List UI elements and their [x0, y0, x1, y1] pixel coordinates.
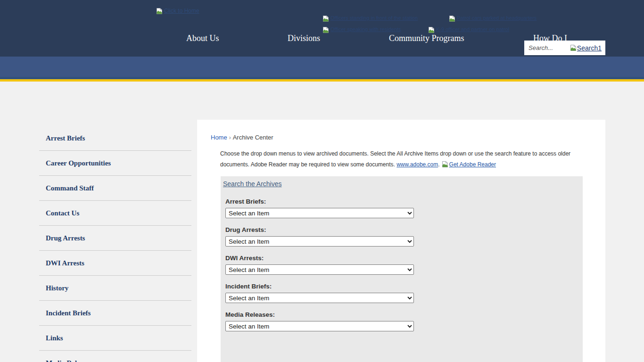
nav-about-us[interactable]: About Us [186, 33, 219, 43]
search-submit-label: Search1 [577, 44, 602, 52]
archive-group-label: Media Releases: [225, 311, 583, 318]
archive-group-drug-arrests: Drug Arrests: Select an Item [225, 226, 583, 247]
adobe-com-link[interactable]: www.adobe.com [396, 161, 438, 168]
broken-image-icon [322, 15, 329, 22]
broken-image-icon [449, 15, 455, 22]
sidebar-item-media-releases[interactable]: Media Releases [39, 351, 191, 362]
banner-alt-text: Officers standing in front of the statio… [330, 15, 418, 21]
archive-group-label: Drug Arrests: [225, 226, 583, 233]
sidebar-item-dwi-arrests[interactable]: DWI Arrests [39, 251, 191, 276]
nav-community-programs[interactable]: Community Programs [389, 33, 464, 43]
site-logo-alt-text: Click to Home [164, 8, 199, 14]
sidebar-item-arrest-briefs[interactable]: Arrest Briefs [39, 126, 191, 151]
archive-group-arrest-briefs: Arrest Briefs: Select an Item [225, 198, 583, 218]
dwi-arrests-select[interactable]: Select an Item [225, 264, 414, 275]
archive-group-media-releases: Media Releases: Select an Item [225, 311, 583, 331]
sidebar-item-links[interactable]: Links [39, 326, 191, 351]
sidebar-item-drug-arrests[interactable]: Drug Arrests [39, 226, 191, 251]
sidebar-item-contact-us[interactable]: Contact Us [39, 201, 191, 226]
header: Click to Home Officers standing in front… [0, 0, 644, 57]
banner-alt-text: K-9 officer and partner on patrol [436, 26, 509, 32]
intro-text: Choose the drop down menus to view archi… [220, 150, 570, 168]
broken-image-icon [442, 161, 448, 168]
search-submit-link[interactable]: Search1 [570, 44, 602, 52]
banner-alt-text: Patrol cars parked at headquarters [457, 15, 537, 21]
header-search-box: Search1 [524, 41, 605, 55]
sidebar-item-career-opportunities[interactable]: Career Opportunities [39, 151, 191, 176]
archive-group-dwi-arrests: DWI Arrests: Select an Item [225, 255, 583, 275]
archive-group-label: DWI Arrests: [225, 255, 583, 262]
search-input[interactable] [524, 41, 568, 54]
page: Click to Home Officers standing in front… [0, 0, 644, 362]
gold-accent-stripe [0, 79, 644, 82]
breadcrumb-separator: › [229, 134, 231, 141]
drug-arrests-select[interactable]: Select an Item [225, 236, 414, 247]
breadcrumb: Home›Archive Center [211, 134, 273, 141]
broken-image-icon [322, 26, 329, 33]
archive-group-label: Arrest Briefs: [225, 198, 583, 205]
sidebar-item-command-staff[interactable]: Command Staff [39, 176, 191, 201]
sidebar: Arrest Briefs Career Opportunities Comma… [39, 126, 191, 362]
header-banner-image-1[interactable]: Officers standing in front of the statio… [322, 15, 418, 22]
sidebar-item-history[interactable]: History [39, 276, 191, 301]
archive-center-panel: Search the Archives Arrest Briefs: Selec… [221, 176, 583, 362]
site-logo-link[interactable]: Click to Home [156, 8, 199, 15]
broken-image-icon [428, 26, 435, 33]
header-banner-image-2[interactable]: Patrol cars parked at headquarters [449, 15, 537, 22]
media-releases-select[interactable]: Select an Item [225, 321, 414, 331]
broken-image-icon [570, 44, 577, 51]
secondary-nav-bar [0, 57, 644, 77]
nav-divisions[interactable]: Divisions [288, 33, 320, 43]
incident-briefs-select[interactable]: Select an Item [225, 293, 414, 303]
breadcrumb-current: Archive Center [233, 134, 273, 141]
broken-image-icon [156, 8, 163, 15]
main-content-panel: Home›Archive Center Choose the drop down… [197, 120, 605, 362]
archive-group-incident-briefs: Incident Briefs: Select an Item [225, 283, 583, 303]
arrest-briefs-select[interactable]: Select an Item [225, 208, 414, 218]
header-banner-image-4[interactable]: K-9 officer and partner on patrol [428, 26, 509, 33]
banner-alt-text: Officer speaking with residents [330, 26, 401, 32]
intro-paragraph: Choose the drop down menus to view archi… [220, 148, 581, 170]
search-the-archives-link[interactable]: Search the Archives [223, 180, 282, 188]
sidebar-item-incident-briefs[interactable]: Incident Briefs [39, 301, 191, 326]
get-adobe-reader-link[interactable]: Get Adobe Reader [449, 161, 496, 168]
intro-period: . [438, 161, 439, 168]
archive-group-label: Incident Briefs: [225, 283, 583, 290]
header-banner-image-3[interactable]: Officer speaking with residents [322, 26, 401, 33]
breadcrumb-home-link[interactable]: Home [211, 134, 227, 141]
